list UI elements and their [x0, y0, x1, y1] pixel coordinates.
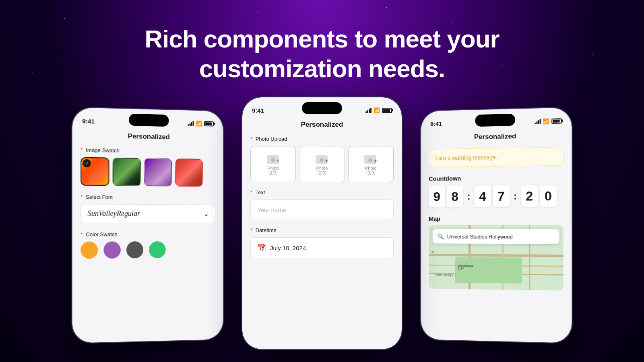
photo-icon-2: +: [316, 153, 328, 164]
phone-center: 9:41 📶 Personalized: [242, 97, 402, 350]
color-swatch-label: * Color Swatch: [80, 231, 215, 238]
wifi-icon-center: 📶: [374, 107, 380, 113]
search-icon-map: 🔍: [437, 233, 444, 240]
countdown-digit-2: 8: [447, 186, 463, 208]
color-teal[interactable]: [149, 241, 166, 258]
status-icons-left: 📶: [188, 120, 214, 127]
phones-container: 9:41 📶 Personalized: [0, 97, 644, 350]
screen-title-left: Personalized: [80, 132, 215, 142]
swatch-2[interactable]: [113, 158, 141, 186]
calendar-icon: 📅: [257, 243, 266, 252]
screen-title-center: Personalized: [250, 121, 394, 129]
phone-left-content: Personalized * Image Swatch ✓ *: [72, 128, 223, 343]
datetime-label: * Datetime: [250, 227, 394, 233]
phone-left-screen: 9:41 📶 Personalized: [72, 107, 223, 343]
countdown-digit-6: 0: [540, 185, 557, 207]
wifi-icon-right: 📶: [543, 118, 549, 124]
phone-right: 9:41 📶 Personalized: [420, 107, 573, 344]
countdown-sep-2: :: [513, 185, 518, 207]
image-swatch-label: * Image Swatch: [80, 147, 215, 155]
battery-icon-right: [551, 118, 562, 124]
countdown-digit-1: 9: [429, 186, 445, 208]
countdown-digit-3: 4: [474, 185, 491, 207]
font-value: SunValleyRegular: [88, 209, 140, 218]
map-container: Camarillo St W Oai 34 UNIVERSALCITY Vall…: [429, 225, 564, 290]
warning-message: I am a warning message.: [436, 154, 497, 161]
photo-box-1[interactable]: + Photo (1/3): [250, 146, 296, 182]
required-star-text: *: [250, 189, 252, 195]
text-input[interactable]: Your name: [250, 200, 394, 220]
countdown-label: Countdown: [429, 174, 564, 182]
signal-icon-center: [365, 108, 372, 113]
color-orange[interactable]: [80, 241, 98, 259]
signal-icon-left: [188, 121, 194, 126]
time-center: 9:41: [252, 107, 264, 114]
phone-right-content: Personalized I am a warning message. Cou…: [421, 128, 572, 343]
photo-icon-1: +: [267, 153, 280, 164]
countdown-sep-1: :: [466, 186, 471, 208]
datetime-box[interactable]: 📅 July 10, 2024: [250, 237, 394, 258]
signal-icon-right: [535, 119, 541, 124]
required-star-font: *: [80, 194, 83, 200]
map-label: Map: [429, 215, 564, 222]
screen-title-right: Personalized: [429, 132, 564, 142]
photo-icon-3: +: [364, 153, 377, 164]
countdown-digit-5: 2: [521, 185, 538, 207]
dynamic-island-right: [475, 114, 515, 127]
map-search-text: Universal Studios Hollywood: [447, 233, 513, 239]
phone-center-screen: 9:41 📶 Personalized: [242, 97, 402, 349]
photo-upload-label: * Photo Upload: [250, 136, 394, 142]
check-badge: ✓: [83, 159, 91, 168]
countdown-grid: 9 8 : 4 7 : 2 0: [429, 185, 564, 208]
datetime-value: July 10, 2024: [270, 245, 306, 251]
dynamic-island-left: [129, 114, 169, 127]
photo-upload-row: + Photo (1/3) + Photo (2/3): [250, 146, 394, 182]
warning-box: I am a warning message.: [429, 147, 564, 167]
required-star-swatch: *: [80, 147, 83, 153]
color-swatch-row: [80, 241, 215, 259]
color-dark[interactable]: [126, 241, 143, 258]
countdown-group-1: 9 8: [429, 186, 463, 208]
text-placeholder: Your name: [257, 206, 286, 213]
time-right: 9:41: [430, 120, 442, 127]
image-swatch-grid: ✓: [80, 157, 215, 187]
swatch-1[interactable]: ✓: [80, 157, 109, 186]
battery-icon-center: [382, 108, 392, 113]
time-left: 9:41: [82, 117, 95, 125]
phone-right-screen: 9:41 📶 Personalized: [421, 107, 572, 343]
swatch-3[interactable]: [144, 158, 172, 187]
wifi-icon-left: 📶: [196, 120, 202, 126]
phone-center-content: Personalized * Photo Upload + Photo (1: [242, 117, 402, 349]
countdown-group-2: 4 7: [474, 185, 510, 208]
color-purple[interactable]: [103, 241, 121, 259]
text-label: * Text: [250, 189, 394, 195]
font-label: * Select Font: [80, 194, 215, 201]
countdown-digit-4: 7: [493, 185, 510, 207]
required-star-color: *: [80, 231, 83, 237]
headline: Rich components to meet your customizati…: [0, 24, 644, 84]
chevron-down-icon: ⌄: [204, 210, 209, 218]
status-icons-right: 📶: [535, 118, 561, 125]
map-search-bar[interactable]: 🔍 Universal Studios Hollywood: [433, 229, 559, 244]
countdown-group-3: 2 0: [521, 185, 557, 207]
battery-icon-left: [204, 121, 214, 126]
swatch-4[interactable]: [175, 158, 203, 187]
photo-box-3[interactable]: + Photo (3/3): [348, 146, 394, 182]
status-icons-center: 📶: [365, 107, 392, 113]
required-star-datetime: *: [250, 227, 252, 233]
photo-box-2[interactable]: + Photo (2/3): [299, 146, 345, 182]
page-header: Rich components to meet your customizati…: [0, 24, 644, 84]
font-selector[interactable]: SunValleyRegular ⌄: [80, 204, 215, 223]
required-star-photo: *: [250, 136, 252, 142]
phone-left: 9:41 📶 Personalized: [72, 107, 224, 344]
dynamic-island-center: [302, 102, 342, 114]
